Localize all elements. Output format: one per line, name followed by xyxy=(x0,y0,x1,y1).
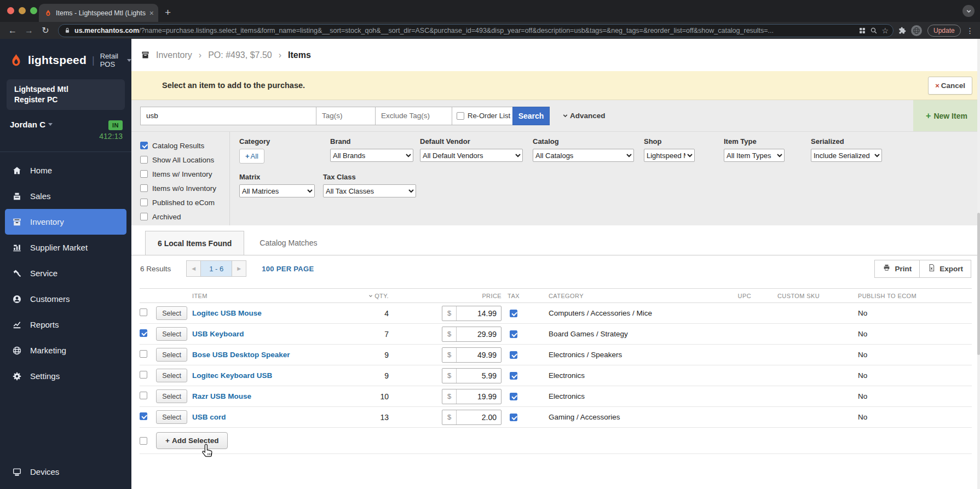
item-link[interactable]: Bose USB Desktop Speaker xyxy=(192,351,290,359)
filter-checkbox-catalog-results[interactable]: Catalog Results xyxy=(140,138,229,153)
checkbox[interactable] xyxy=(140,156,148,164)
next-page-button[interactable]: ▶ xyxy=(232,260,246,277)
reload-button[interactable]: ↻ xyxy=(38,25,53,36)
item-link[interactable]: Razr USB Mouse xyxy=(192,392,251,400)
sidebar-item-home[interactable]: Home xyxy=(0,158,131,183)
checkbox[interactable] xyxy=(140,184,148,192)
window-close-icon[interactable] xyxy=(7,7,14,14)
checkbox[interactable] xyxy=(140,170,148,178)
price-input[interactable] xyxy=(457,327,501,341)
tax-checkbox[interactable] xyxy=(510,310,517,317)
select-button[interactable]: Select xyxy=(156,306,187,320)
new-item-button[interactable]: + New Item xyxy=(913,100,980,131)
price-input[interactable] xyxy=(457,410,501,424)
browser-tab[interactable]: Items - Lightspeed Mtl (Lights × xyxy=(39,4,158,22)
row-checkbox[interactable] xyxy=(140,371,147,379)
catalog-select[interactable]: All Catalogs xyxy=(533,149,634,162)
select-button[interactable]: Select xyxy=(156,348,187,362)
tax-checkbox[interactable] xyxy=(510,351,517,359)
filter-checkbox-published-to-ecom[interactable]: Published to eCom xyxy=(140,195,229,209)
tax-checkbox[interactable] xyxy=(510,414,517,421)
col-qty[interactable]: QTY. xyxy=(362,293,392,299)
add-selected-button[interactable]: + Add Selected xyxy=(156,432,228,449)
tab-catalog-matches[interactable]: Catalog Matches xyxy=(260,231,317,255)
item-link[interactable]: Logitec USB Mouse xyxy=(192,309,262,317)
search-input[interactable] xyxy=(140,107,316,125)
back-button[interactable]: ← xyxy=(5,26,20,36)
tax-checkbox[interactable] xyxy=(510,393,517,400)
sidebar-item-service[interactable]: Service xyxy=(0,260,131,286)
sidebar-item-inventory[interactable]: Inventory xyxy=(5,209,126,235)
breadcrumb-inventory[interactable]: Inventory xyxy=(156,50,192,60)
zoom-icon[interactable] xyxy=(870,27,878,34)
sidebar-item-settings[interactable]: Settings xyxy=(0,363,131,389)
checkbox[interactable] xyxy=(140,199,148,206)
scrollbar[interactable] xyxy=(977,39,980,489)
cancel-button[interactable]: × Cancel xyxy=(928,77,972,95)
new-tab-button[interactable]: + xyxy=(165,7,171,19)
item-link[interactable]: Logitec Keyboard USB xyxy=(192,371,272,380)
exclude-tags-input[interactable] xyxy=(375,107,452,125)
chrome-update-button[interactable]: Update xyxy=(927,25,961,37)
serialized-select[interactable]: Include Serialized xyxy=(811,149,882,162)
tax-checkbox[interactable] xyxy=(510,330,517,338)
user-menu[interactable]: Jordan C xyxy=(10,120,53,129)
row-checkbox[interactable] xyxy=(140,329,147,337)
window-zoom-icon[interactable] xyxy=(30,7,37,14)
tax-checkbox[interactable] xyxy=(510,372,517,380)
row-checkbox[interactable] xyxy=(140,392,147,399)
checkbox[interactable] xyxy=(140,213,148,220)
forward-button[interactable]: → xyxy=(22,26,36,36)
default-vendor-select[interactable]: All Default Vendors xyxy=(420,149,523,162)
price-input[interactable] xyxy=(457,348,501,362)
col-price[interactable]: PRICE xyxy=(392,293,501,299)
item-link[interactable]: USB Keyboard xyxy=(192,330,244,338)
item-link[interactable]: USB cord xyxy=(192,413,226,421)
col-custom-sku[interactable]: CUSTOM SKU xyxy=(756,293,816,299)
search-button[interactable]: Search xyxy=(512,107,550,125)
reorder-list-toggle[interactable]: Re-Order List xyxy=(452,107,513,125)
filter-checkbox-items-w-o-inventory[interactable]: Items w/o Inventory xyxy=(140,181,229,195)
filter-checkbox-archived[interactable]: Archived xyxy=(140,209,229,224)
extensions-puzzle-icon[interactable] xyxy=(896,26,909,35)
select-button[interactable]: Select xyxy=(156,327,187,341)
tags-input[interactable] xyxy=(316,107,376,125)
sidebar-item-marketing[interactable]: Marketing xyxy=(0,337,131,363)
profile-avatar[interactable] xyxy=(911,25,922,36)
time-clock[interactable]: IN 412:13 xyxy=(99,120,123,141)
sidebar-item-reports[interactable]: Reports xyxy=(0,312,131,337)
tab-close-icon[interactable]: × xyxy=(149,9,154,18)
sidebar-item-devices[interactable]: Devices xyxy=(0,459,131,485)
reading-mode-icon[interactable] xyxy=(858,27,866,34)
row-checkbox[interactable] xyxy=(140,308,147,316)
breadcrumb-po[interactable]: PO: #493, $7.50 xyxy=(208,50,272,60)
col-tax[interactable]: TAX xyxy=(501,293,526,299)
brand-select[interactable]: All Brands xyxy=(330,149,413,162)
product-caret-icon[interactable] xyxy=(127,59,131,62)
price-input[interactable] xyxy=(457,306,501,321)
filter-checkbox-items-w-inventory[interactable]: Items w/ Inventory xyxy=(140,167,229,181)
col-publish[interactable]: PUBLISH TO ECOM xyxy=(816,293,914,299)
select-button[interactable]: Select xyxy=(156,369,187,382)
prev-page-button[interactable]: ◀ xyxy=(186,260,201,277)
checkbox[interactable] xyxy=(140,142,148,149)
select-button[interactable]: Select xyxy=(156,410,187,424)
print-button[interactable]: Print xyxy=(874,260,920,278)
scrollbar-thumb[interactable] xyxy=(977,213,980,355)
price-input[interactable] xyxy=(457,389,501,404)
filter-checkbox-show-all-locations[interactable]: Show All Locations xyxy=(140,153,229,167)
export-button[interactable]: Export xyxy=(919,260,971,278)
advanced-toggle[interactable]: Advanced xyxy=(562,112,606,120)
select-button[interactable]: Select xyxy=(156,389,187,403)
col-item[interactable]: ITEM xyxy=(192,293,362,299)
category-all-button[interactable]: + All xyxy=(239,149,264,164)
select-all-checkbox[interactable] xyxy=(140,437,147,445)
tax-class-select[interactable]: All Tax Classes xyxy=(323,184,416,197)
matrix-select[interactable]: All Matrices xyxy=(239,184,315,197)
row-checkbox[interactable] xyxy=(140,412,147,420)
address-bar[interactable]: us.merchantos.com/?name=purchase.listing… xyxy=(58,24,893,37)
shop-register-box[interactable]: Lightspeed Mtl Register PC xyxy=(7,79,125,110)
col-category[interactable]: CATEGORY xyxy=(526,293,714,299)
search-tabs-icon[interactable] xyxy=(962,5,975,17)
browser-menu-icon[interactable]: ⋮ xyxy=(966,26,974,35)
